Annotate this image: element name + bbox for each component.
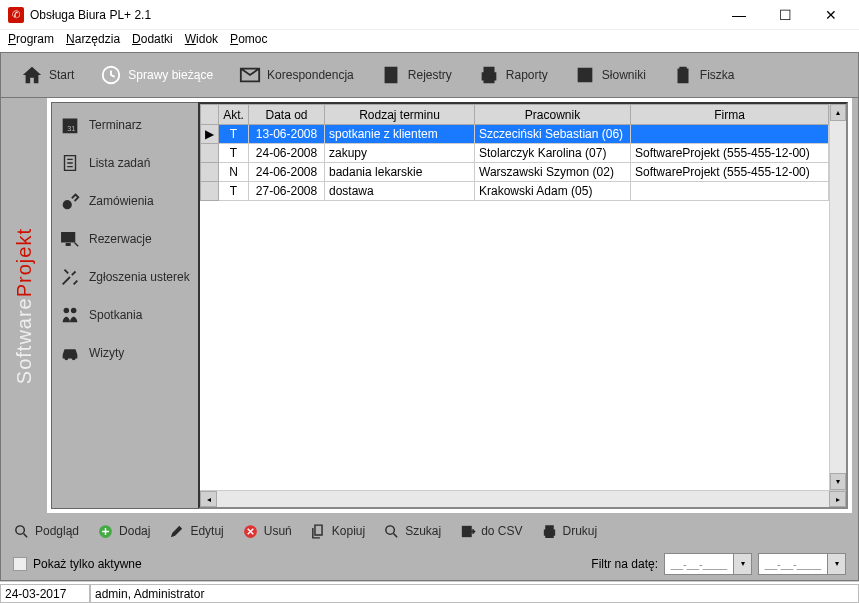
toolbar-sprawy[interactable]: Sprawy bieżące: [92, 58, 221, 92]
data-grid: Akt. Data od Rodzaj terminu Pracownik Fi…: [198, 102, 848, 509]
toolbar-raporty[interactable]: Raporty: [470, 58, 556, 92]
horizontal-scrollbar[interactable]: ◂ ▸: [200, 490, 846, 507]
printer-icon: [541, 523, 558, 540]
print-icon: [478, 64, 500, 86]
action-dodaj[interactable]: Dodaj: [97, 523, 150, 540]
scroll-up-arrow[interactable]: ▴: [830, 104, 846, 121]
status-bar: 24-03-2017 admin, Administrator: [0, 581, 859, 603]
label-filtr-date: Filtr na datę:: [591, 557, 658, 571]
titlebar: ✆ Obsługa Biura PL+ 2.1 — ☐ ✕: [0, 0, 859, 30]
svg-point-10: [386, 525, 395, 534]
sidebar-item-spotkania[interactable]: Spotkania: [55, 298, 194, 336]
action-usun[interactable]: Usuń: [242, 523, 292, 540]
table-row[interactable]: N24-06-2008badania lekarskieWarszawski S…: [201, 163, 829, 182]
dropdown-icon[interactable]: ▾: [828, 553, 846, 575]
menu-program[interactable]: Program: [8, 32, 54, 46]
main-toolbar: Start Sprawy bieżące Korespondencja Reje…: [0, 52, 859, 98]
toolbar-korespondencja[interactable]: Korespondencja: [231, 58, 362, 92]
toolbar-rejestry[interactable]: Rejestry: [372, 58, 460, 92]
action-edytuj[interactable]: Edytuj: [168, 523, 223, 540]
app-icon: ✆: [8, 7, 24, 23]
toolbar-fiszka[interactable]: Fiszka: [664, 58, 743, 92]
clipboard-icon: [672, 64, 694, 86]
status-user: admin, Administrator: [90, 584, 859, 603]
vertical-scrollbar[interactable]: ▴ ▾: [829, 104, 846, 490]
computer-icon: [59, 228, 81, 250]
col-rodzaj[interactable]: Rodzaj terminu: [325, 105, 475, 125]
svg-point-7: [16, 525, 24, 534]
svg-point-4: [71, 308, 77, 314]
table-row[interactable]: T24-06-2008zakupyStolarczyk Karolina (07…: [201, 144, 829, 163]
sidebar-item-lista-zadan[interactable]: Lista zadań: [55, 146, 194, 184]
minimize-button[interactable]: —: [716, 0, 762, 30]
copy-icon: [310, 523, 327, 540]
dictionary-icon: [574, 64, 596, 86]
col-firma[interactable]: Firma: [631, 105, 829, 125]
calendar-icon: 31: [59, 114, 81, 136]
clock-icon: [100, 64, 122, 86]
dropdown-icon[interactable]: ▾: [734, 553, 752, 575]
action-csv[interactable]: do CSV: [459, 523, 522, 540]
status-date: 24-03-2017: [0, 584, 90, 603]
sidebar-item-terminarz[interactable]: 31 Terminarz: [55, 108, 194, 146]
menu-dodatki[interactable]: Dodatki: [132, 32, 173, 46]
delete-icon: [242, 523, 259, 540]
sidebar-item-wizyty[interactable]: Wizyty: [55, 336, 194, 374]
home-icon: [21, 64, 43, 86]
menu-pomoc[interactable]: Pomoc: [230, 32, 267, 46]
pencil-icon: [168, 523, 185, 540]
table-row[interactable]: ▶T13-06-2008spotkanie z klientemSzczeciń…: [201, 125, 829, 144]
money-icon: [59, 190, 81, 212]
label-aktywne: Pokaż tylko aktywne: [33, 557, 142, 571]
scroll-down-arrow[interactable]: ▾: [830, 473, 846, 490]
action-szukaj[interactable]: Szukaj: [383, 523, 441, 540]
col-akt[interactable]: Akt.: [219, 105, 249, 125]
action-bar: Podgląd Dodaj Edytuj Usuń Kopiuj Szukaj …: [0, 515, 859, 547]
tools-icon: [59, 266, 81, 288]
table-header-row: Akt. Data od Rodzaj terminu Pracownik Fi…: [201, 105, 829, 125]
book-icon: [380, 64, 402, 86]
sidebar: 31 Terminarz Lista zadań Zamówienia Reze…: [51, 102, 198, 509]
sidebar-item-zgloszenia[interactable]: Zgłoszenia usterek: [55, 260, 194, 298]
col-pracownik[interactable]: Pracownik: [475, 105, 631, 125]
svg-point-3: [64, 308, 70, 314]
menu-widok[interactable]: Widok: [185, 32, 218, 46]
toolbar-start[interactable]: Start: [13, 58, 82, 92]
sidebar-item-rezerwacje[interactable]: Rezerwacje: [55, 222, 194, 260]
svg-text:31: 31: [67, 124, 75, 133]
brand-strip: SoftwareProjekt: [1, 98, 47, 515]
menubar: Program Narzędzia Dodatki Widok Pomoc: [0, 30, 859, 50]
sidebar-item-zamowienia[interactable]: Zamówienia: [55, 184, 194, 222]
export-csv-icon: [459, 523, 476, 540]
filter-bar: Pokaż tylko aktywne Filtr na datę: __-__…: [0, 547, 859, 581]
close-button[interactable]: ✕: [808, 0, 854, 30]
window-title: Obsługa Biura PL+ 2.1: [30, 8, 716, 22]
car-icon: [59, 342, 81, 364]
people-icon: [59, 304, 81, 326]
maximize-button[interactable]: ☐: [762, 0, 808, 30]
action-podglad[interactable]: Podgląd: [13, 523, 79, 540]
date-to-field[interactable]: __-__-____ ▾: [758, 553, 846, 575]
svg-point-5: [65, 357, 69, 361]
svg-point-6: [72, 357, 76, 361]
list-icon: [59, 152, 81, 174]
toolbar-slowniki[interactable]: Słowniki: [566, 58, 654, 92]
date-from-field[interactable]: __-__-____ ▾: [664, 553, 752, 575]
action-kopiuj[interactable]: Kopiuj: [310, 523, 365, 540]
scroll-right-arrow[interactable]: ▸: [829, 491, 846, 507]
col-data-od[interactable]: Data od: [249, 105, 325, 125]
row-selector-header: [201, 105, 219, 125]
search-icon: [383, 523, 400, 540]
menu-narzedzia[interactable]: Narzędzia: [66, 32, 120, 46]
mail-icon: [239, 64, 261, 86]
magnifier-icon: [13, 523, 30, 540]
checkbox-aktywne[interactable]: [13, 557, 27, 571]
svg-point-2: [63, 200, 72, 209]
scroll-left-arrow[interactable]: ◂: [200, 491, 217, 507]
table-row[interactable]: T27-06-2008dostawaKrakowski Adam (05): [201, 182, 829, 201]
plus-icon: [97, 523, 114, 540]
action-drukuj[interactable]: Drukuj: [541, 523, 598, 540]
